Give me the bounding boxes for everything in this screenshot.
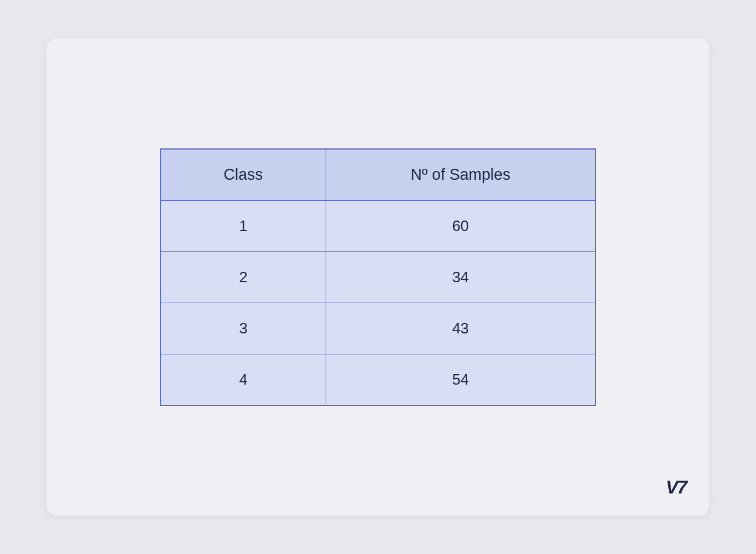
samples-column-header: Nº of Samples [326, 149, 595, 201]
class-cell: 2 [161, 251, 326, 303]
table-row: 343 [161, 303, 595, 354]
samples-cell: 60 [326, 200, 595, 251]
samples-cell: 34 [326, 251, 595, 303]
class-cell: 4 [161, 354, 326, 406]
class-column-header: Class [161, 149, 326, 201]
class-samples-table: Class Nº of Samples 160234343454 [160, 148, 596, 406]
table-row: 454 [161, 354, 595, 406]
samples-cell: 54 [326, 354, 595, 406]
table-row: 234 [161, 251, 595, 303]
table-container: Class Nº of Samples 160234343454 [160, 148, 596, 406]
class-cell: 3 [161, 303, 326, 354]
table-header-row: Class Nº of Samples [161, 149, 595, 201]
table-row: 160 [161, 200, 595, 251]
main-card: Class Nº of Samples 160234343454 V7 [47, 38, 709, 516]
class-cell: 1 [161, 200, 326, 251]
samples-cell: 43 [326, 303, 595, 354]
v7-logo: V7 [666, 477, 686, 498]
